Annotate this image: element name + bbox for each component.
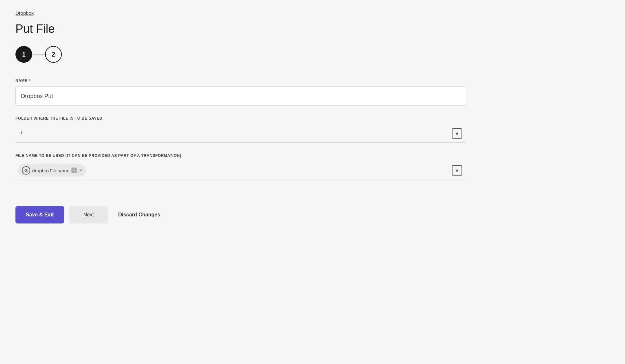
step-2-circle[interactable]: 2: [45, 46, 62, 63]
name-required-star: *: [29, 78, 31, 83]
filename-field-section: FILE NAME TO BE USED (IT CAN BE PROVIDED…: [15, 153, 610, 180]
step-1-circle[interactable]: 1: [15, 46, 32, 63]
filename-tag-input[interactable]: G dropboxFilename − × V: [15, 161, 466, 180]
breadcrumb-link[interactable]: Dropbox: [15, 10, 34, 16]
folder-label: FOLDER WHERE THE FILE IS TO BE SAVED: [15, 116, 610, 121]
next-button[interactable]: Next: [69, 206, 108, 223]
filename-label: FILE NAME TO BE USED (IT CAN BE PROVIDED…: [15, 153, 610, 158]
tag-chip-minus-button[interactable]: −: [71, 168, 77, 173]
filename-variable-icon[interactable]: V: [452, 165, 462, 176]
name-input[interactable]: [15, 86, 466, 106]
folder-field-section: FOLDER WHERE THE FILE IS TO BE SAVED V: [15, 116, 610, 143]
page-container: Dropbox Put File 1 2 NAME * FOLDER WHERE…: [0, 0, 625, 234]
name-field-section: NAME *: [15, 78, 610, 106]
discard-changes-button[interactable]: Discard Changes: [113, 206, 165, 223]
page-title: Put File: [15, 22, 610, 36]
folder-input-wrapper: V: [15, 124, 466, 143]
stepper: 1 2: [15, 46, 610, 63]
tag-chip-text: dropboxFilename: [32, 168, 70, 173]
step-connector: [32, 54, 45, 55]
folder-input[interactable]: [15, 124, 466, 143]
actions-bar: Save & Exit Next Discard Changes: [15, 206, 610, 223]
save-exit-button[interactable]: Save & Exit: [15, 206, 64, 223]
filename-tag-chip: G dropboxFilename − ×: [18, 164, 86, 177]
name-label: NAME *: [15, 78, 610, 83]
folder-variable-icon[interactable]: V: [452, 128, 462, 139]
tag-chip-close-button[interactable]: ×: [79, 168, 82, 173]
tag-chip-g-icon: G: [22, 166, 30, 175]
